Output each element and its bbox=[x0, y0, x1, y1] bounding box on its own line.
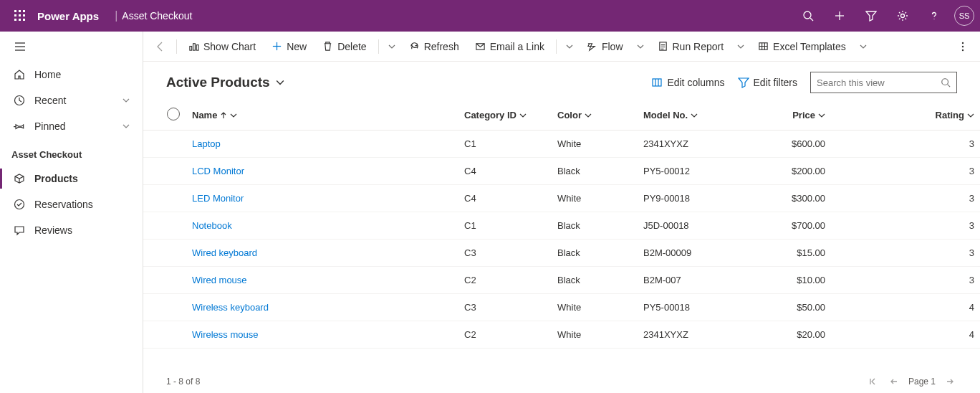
edit-filters-button[interactable]: Edit filters bbox=[738, 77, 797, 88]
chevron-down-icon bbox=[123, 123, 130, 130]
email-link-button[interactable]: Email a Link bbox=[468, 35, 552, 58]
filter-global-button[interactable] bbox=[857, 0, 885, 32]
prev-page-button[interactable] bbox=[887, 374, 901, 389]
svg-rect-5 bbox=[23, 14, 25, 16]
overflow-button[interactable] bbox=[951, 35, 974, 58]
row-rating: 3 bbox=[831, 185, 980, 212]
new-button[interactable]: New bbox=[264, 35, 314, 58]
run-report-button[interactable]: Run Report bbox=[650, 35, 731, 58]
sidebar: Home Recent Pinned Asset Checkout Produc… bbox=[0, 32, 143, 393]
back-button[interactable] bbox=[149, 35, 172, 58]
svg-rect-8 bbox=[23, 19, 25, 21]
row-rating: 4 bbox=[831, 294, 980, 321]
sidebar-toggle[interactable] bbox=[0, 32, 143, 62]
chevron-down-icon bbox=[123, 97, 130, 104]
sidebar-item-home[interactable]: Home bbox=[0, 62, 143, 87]
table-row[interactable]: LED Monitor C4 White PY9-00018 $300.00 3 bbox=[143, 185, 980, 212]
delete-dropdown[interactable] bbox=[383, 35, 400, 58]
refresh-icon bbox=[409, 41, 420, 52]
waffle-icon bbox=[14, 10, 26, 22]
svg-point-13 bbox=[901, 14, 905, 18]
refresh-button[interactable]: Refresh bbox=[402, 35, 466, 58]
table-row[interactable]: Laptop C1 White 2341XYXZ $600.00 3 bbox=[143, 131, 980, 158]
row-name-link[interactable]: Wired keyboard bbox=[186, 240, 458, 267]
chevron-down-icon bbox=[230, 112, 237, 119]
help-button[interactable] bbox=[920, 0, 948, 32]
view-selector[interactable]: Active Products bbox=[166, 75, 284, 90]
row-select[interactable] bbox=[143, 185, 186, 212]
row-color: Black bbox=[552, 158, 638, 185]
sidebar-item-label: Home bbox=[34, 69, 61, 80]
row-category: C4 bbox=[458, 158, 552, 185]
arrow-left-icon bbox=[155, 41, 166, 52]
search-global-button[interactable] bbox=[794, 0, 822, 32]
row-name-link[interactable]: LCD Monitor bbox=[186, 158, 458, 185]
select-all-column[interactable] bbox=[143, 100, 186, 131]
svg-point-14 bbox=[933, 19, 934, 19]
flow-dropdown[interactable] bbox=[632, 35, 649, 58]
table-row[interactable]: Wired keyboard C3 Black B2M-00009 $15.00… bbox=[143, 240, 980, 267]
row-select[interactable] bbox=[143, 294, 186, 321]
row-price: $20.00 bbox=[759, 321, 831, 349]
table-row[interactable]: Wireless mouse C2 White 2341XYXZ $20.00 … bbox=[143, 321, 980, 349]
hamburger-icon bbox=[14, 41, 26, 52]
column-category[interactable]: Category ID bbox=[458, 100, 552, 131]
select-all-checkbox[interactable] bbox=[167, 108, 180, 120]
row-select[interactable] bbox=[143, 240, 186, 267]
row-name-link[interactable]: Laptop bbox=[186, 131, 458, 158]
email-dropdown[interactable] bbox=[561, 35, 578, 58]
excel-templates-button[interactable]: Excel Templates bbox=[751, 35, 853, 58]
cube-icon bbox=[13, 172, 26, 185]
row-name-link[interactable]: Wireless mouse bbox=[186, 321, 458, 349]
funnel-icon bbox=[865, 10, 877, 22]
row-select[interactable] bbox=[143, 131, 186, 158]
flow-button[interactable]: Flow bbox=[580, 35, 630, 58]
table-row[interactable]: Wired mouse C2 Black B2M-007 $10.00 3 bbox=[143, 267, 980, 294]
sidebar-item-reviews[interactable]: Reviews bbox=[0, 217, 143, 243]
plus-icon bbox=[834, 10, 845, 22]
show-chart-button[interactable]: Show Chart bbox=[181, 35, 263, 58]
row-name-link[interactable]: LED Monitor bbox=[186, 185, 458, 212]
row-name-link[interactable]: Wireless keyboard bbox=[186, 294, 458, 321]
row-name-link[interactable]: Wired mouse bbox=[186, 267, 458, 294]
search-icon bbox=[941, 77, 951, 87]
row-select[interactable] bbox=[143, 267, 186, 294]
add-button[interactable] bbox=[825, 0, 854, 32]
sidebar-item-products[interactable]: Products bbox=[0, 166, 143, 191]
svg-point-34 bbox=[942, 79, 948, 85]
row-color: Black bbox=[552, 267, 638, 294]
row-select[interactable] bbox=[143, 212, 186, 240]
sidebar-item-pinned[interactable]: Pinned bbox=[0, 113, 143, 139]
first-icon bbox=[868, 377, 877, 386]
next-page-button[interactable] bbox=[943, 374, 957, 389]
report-dropdown[interactable] bbox=[732, 35, 749, 58]
table-row[interactable]: Wireless keyboard C3 White PY5-00018 $50… bbox=[143, 294, 980, 321]
row-select[interactable] bbox=[143, 158, 186, 185]
user-avatar[interactable]: SS bbox=[954, 6, 974, 26]
column-price[interactable]: Price bbox=[759, 100, 831, 131]
arrow-left-icon bbox=[890, 377, 898, 386]
flow-icon bbox=[587, 41, 597, 52]
edit-columns-button[interactable]: Edit columns bbox=[651, 77, 724, 88]
column-name[interactable]: Name bbox=[186, 100, 458, 131]
row-select[interactable] bbox=[143, 321, 186, 349]
first-page-button[interactable] bbox=[865, 374, 880, 389]
chart-icon bbox=[188, 41, 199, 52]
waffle-launcher[interactable] bbox=[6, 0, 34, 32]
column-model[interactable]: Model No. bbox=[638, 100, 759, 131]
column-color[interactable]: Color bbox=[552, 100, 638, 131]
row-model: 2341XYXZ bbox=[638, 321, 759, 349]
settings-button[interactable] bbox=[888, 0, 917, 32]
sidebar-item-recent[interactable]: Recent bbox=[0, 87, 143, 113]
column-rating[interactable]: Rating bbox=[831, 100, 980, 131]
row-name-link[interactable]: Notebook bbox=[186, 212, 458, 240]
table-row[interactable]: Notebook C1 Black J5D-00018 $700.00 3 bbox=[143, 212, 980, 240]
separator bbox=[176, 39, 177, 54]
sidebar-item-reservations[interactable]: Reservations bbox=[0, 191, 143, 217]
search-view-box[interactable] bbox=[810, 72, 957, 93]
excel-dropdown[interactable] bbox=[855, 35, 872, 58]
delete-button[interactable]: Delete bbox=[315, 35, 373, 58]
svg-point-19 bbox=[15, 200, 24, 209]
search-input[interactable] bbox=[817, 77, 941, 88]
table-row[interactable]: LCD Monitor C4 Black PY5-00012 $200.00 3 bbox=[143, 158, 980, 185]
